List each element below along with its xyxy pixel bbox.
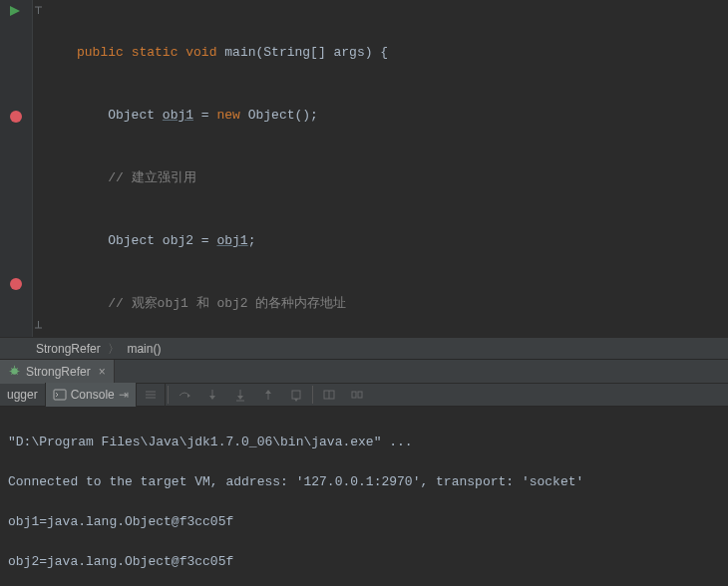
tab-console-label: Console bbox=[71, 388, 115, 402]
svg-marker-0 bbox=[10, 6, 20, 16]
type: Object bbox=[108, 108, 155, 123]
svg-marker-12 bbox=[209, 396, 215, 400]
svg-rect-22 bbox=[352, 392, 356, 398]
tab-console[interactable]: Console ⇥ bbox=[46, 383, 137, 407]
signature: (String[] args) bbox=[256, 45, 373, 60]
keyword: void bbox=[185, 45, 216, 60]
debug-tab-bar: StrongRefer × bbox=[0, 359, 728, 383]
breakpoint-icon[interactable] bbox=[10, 278, 22, 290]
svg-line-7 bbox=[11, 373, 13, 375]
text: Object(); bbox=[240, 108, 318, 123]
step-over-button[interactable] bbox=[171, 383, 198, 407]
svg-rect-23 bbox=[358, 392, 362, 398]
var-obj1-ref: obj1 bbox=[216, 233, 247, 248]
run-to-cursor-button[interactable] bbox=[315, 383, 343, 407]
breakpoint-icon[interactable] bbox=[10, 111, 22, 123]
tab-debugger[interactable]: ugger bbox=[0, 383, 46, 407]
comment: // 建立强引用 bbox=[108, 170, 195, 185]
pin-icon[interactable]: ⇥ bbox=[119, 388, 129, 402]
gutter bbox=[0, 0, 33, 337]
console-line: obj1=java.lang.Object@f3cc05f bbox=[8, 512, 720, 532]
force-step-into-icon bbox=[233, 388, 247, 402]
tab-empty[interactable] bbox=[137, 383, 166, 407]
step-into-button[interactable] bbox=[198, 383, 226, 407]
console-icon bbox=[53, 388, 67, 402]
console-line: obj2=java.lang.Object@f3cc05f bbox=[8, 552, 720, 572]
text: = bbox=[193, 108, 216, 123]
evaluate-button[interactable] bbox=[343, 383, 371, 407]
step-over-icon bbox=[178, 388, 191, 402]
code-editor[interactable]: public static void main(String[] args) {… bbox=[0, 0, 728, 337]
svg-marker-14 bbox=[237, 396, 243, 400]
bug-icon bbox=[8, 365, 21, 378]
text: = bbox=[193, 233, 216, 248]
drop-frame-button[interactable] bbox=[282, 383, 310, 407]
svg-marker-17 bbox=[265, 390, 271, 394]
code-lines[interactable]: public static void main(String[] args) {… bbox=[47, 0, 728, 337]
brace: { bbox=[380, 45, 388, 60]
run-to-cursor-icon bbox=[322, 388, 336, 402]
console-line: "D:\Program Files\Java\jdk1.7.0_06\bin\j… bbox=[8, 433, 720, 452]
debug-tab-title: StrongRefer bbox=[26, 365, 91, 379]
svg-line-6 bbox=[16, 368, 18, 370]
type: Object bbox=[108, 233, 155, 248]
console-output[interactable]: "D:\Program Files\Java\jdk1.7.0_06\bin\j… bbox=[0, 407, 728, 586]
three-bars-icon bbox=[144, 388, 158, 402]
keyword: static bbox=[132, 45, 179, 60]
console-toolbar: ugger Console ⇥ bbox=[0, 383, 728, 407]
svg-rect-9 bbox=[54, 390, 66, 400]
keyword: public bbox=[77, 45, 124, 60]
separator bbox=[168, 386, 169, 404]
keyword: new bbox=[216, 108, 239, 123]
var-obj1: obj1 bbox=[163, 108, 193, 123]
breadcrumb-method[interactable]: main() bbox=[127, 342, 161, 356]
comment: // 观察obj1 和 obj2 的各种内存地址 bbox=[108, 296, 346, 311]
step-into-icon bbox=[205, 388, 219, 402]
svg-line-5 bbox=[11, 368, 13, 370]
fold-end-icon[interactable] bbox=[34, 320, 44, 330]
svg-marker-10 bbox=[187, 394, 190, 398]
svg-marker-19 bbox=[294, 399, 298, 402]
step-out-button[interactable] bbox=[254, 383, 282, 407]
run-icon[interactable] bbox=[10, 6, 22, 18]
svg-line-8 bbox=[16, 373, 18, 375]
breadcrumb-class[interactable]: StrongRefer bbox=[36, 342, 101, 356]
step-out-icon bbox=[261, 388, 275, 402]
force-step-into-button[interactable] bbox=[226, 383, 254, 407]
chevron-right-icon: 〉 bbox=[108, 342, 120, 356]
method-name: main bbox=[224, 45, 255, 60]
evaluate-icon bbox=[350, 388, 364, 402]
fold-start-icon[interactable] bbox=[34, 6, 44, 16]
debug-tab[interactable]: StrongRefer × bbox=[0, 360, 115, 384]
var-obj2: obj2 bbox=[163, 233, 193, 248]
breadcrumb[interactable]: StrongRefer 〉 main() bbox=[0, 337, 728, 359]
close-icon[interactable]: × bbox=[99, 365, 106, 379]
semicolon: ; bbox=[248, 233, 256, 248]
drop-frame-icon bbox=[289, 388, 303, 402]
svg-rect-18 bbox=[292, 391, 300, 399]
console-line: Connected to the target VM, address: '12… bbox=[8, 472, 720, 492]
separator bbox=[312, 386, 313, 404]
